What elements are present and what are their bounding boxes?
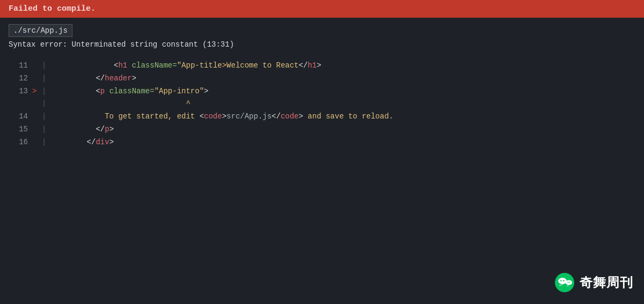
line-number: 15 <box>13 123 28 136</box>
code-content: </div> <box>50 136 114 149</box>
svg-point-2 <box>566 280 572 285</box>
svg-point-5 <box>568 282 569 283</box>
line-number: 11 <box>13 60 28 72</box>
code-content: </p> <box>50 123 114 136</box>
pipe-char: | <box>42 136 46 149</box>
svg-point-1 <box>558 278 567 284</box>
code-line: | ^ <box>9 98 635 110</box>
line-number: 16 <box>13 136 28 149</box>
svg-point-3 <box>560 280 561 281</box>
syntax-error-text: Syntax error: Unterminated string consta… <box>9 40 635 49</box>
code-line: 15 | </p> <box>9 123 635 136</box>
pipe-char: | <box>42 72 46 85</box>
svg-point-6 <box>569 282 570 283</box>
code-line: 12 | </header> <box>9 72 635 85</box>
pipe-char: | <box>42 110 46 123</box>
watermark: 奇舞周刊 <box>554 272 633 293</box>
pipe-char: | <box>42 60 46 72</box>
code-content: To get started, edit <code>src/App.js</c… <box>50 110 393 123</box>
code-content: </header> <box>50 72 136 85</box>
file-path: ./src/App.js <box>9 24 72 37</box>
code-content: <h1 className="App-title>Welcome to Reac… <box>50 60 321 72</box>
pipe-char: | <box>42 85 46 98</box>
code-line: 14 | To get started, edit <code>src/App.… <box>9 110 635 123</box>
error-body: ./src/App.js Syntax error: Unterminated … <box>0 18 644 158</box>
watermark-text: 奇舞周刊 <box>580 274 633 291</box>
code-line: 16 | </div> <box>9 136 635 149</box>
failed-to-compile-text: Failed to compile. <box>9 4 96 13</box>
line-number: 12 <box>13 72 28 85</box>
code-line: 13>| <p className="App-intro"> <box>9 85 635 98</box>
wechat-icon <box>554 272 575 293</box>
line-number: 14 <box>13 110 28 123</box>
code-line: 11 | <h1 className="App-title>Welcome to… <box>9 60 635 72</box>
error-overlay: Failed to compile. ./src/App.js Syntax e… <box>0 0 644 304</box>
code-content: <p className="App-intro"> <box>50 85 208 98</box>
pipe-char: | <box>42 123 46 136</box>
error-header: Failed to compile. <box>0 0 644 18</box>
code-block: 11 | <h1 className="App-title>Welcome to… <box>9 57 635 151</box>
line-number: 13 <box>13 85 28 98</box>
code-content: ^ <box>50 98 190 110</box>
svg-point-4 <box>563 280 564 281</box>
line-marker: > <box>32 85 42 98</box>
pipe-char: | <box>42 98 46 110</box>
